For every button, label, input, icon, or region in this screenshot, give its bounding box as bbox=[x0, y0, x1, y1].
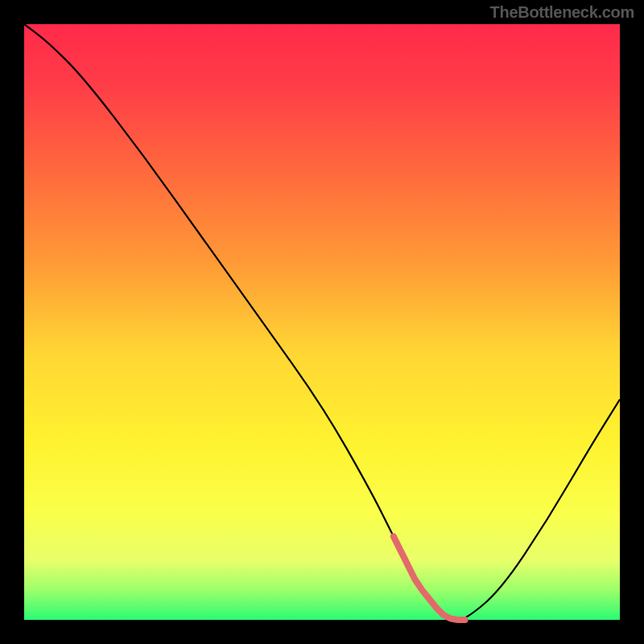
bottleneck-curve-path bbox=[24, 24, 620, 620]
chart-plot-area bbox=[24, 24, 620, 620]
bottleneck-curve-svg bbox=[24, 24, 620, 620]
optimal-region-highlight bbox=[394, 536, 465, 620]
watermark-text: TheBottleneck.com bbox=[490, 3, 634, 22]
